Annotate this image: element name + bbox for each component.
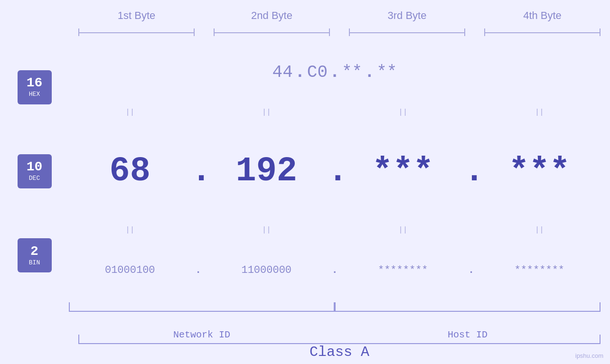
eq2-c2: || [206, 226, 328, 234]
dec-col1: 68 [69, 152, 191, 191]
hex-row: 44 . C0 . ** . ** [69, 40, 610, 105]
bin-row: 01000100 . 11000000 . ******** . *******… [69, 238, 610, 302]
dec-col3: *** [342, 152, 464, 191]
network-bracket [69, 302, 335, 312]
network-id-label: Network ID [69, 329, 335, 340]
top-brackets [78, 28, 601, 36]
eq1-c1: || [69, 108, 191, 117]
net-brkt-bottom [69, 311, 335, 312]
hex-col2: C0 [307, 63, 328, 82]
eq2-c4: || [479, 226, 601, 234]
bracket-col4-right [600, 28, 601, 36]
data-area: 16 HEX 10 DEC 2 BIN 44 . C0 . ** . ** [0, 40, 610, 302]
bracket-col2 [214, 28, 330, 36]
dec-col2: 192 [206, 152, 328, 191]
data-rows: 44 . C0 . ** . ** || || || || [69, 40, 610, 302]
bin-col1: 01000100 [69, 264, 191, 276]
col-header-2: 2nd Byte [204, 9, 339, 27]
main-container: 1st Byte 2nd Byte 3rd Byte 4th Byte 16 H… [0, 0, 610, 364]
hex-col3: ** [342, 63, 362, 82]
eq2-c3: || [342, 226, 464, 234]
hex-badge: 16 HEX [18, 70, 52, 104]
bracket-col1 [78, 28, 195, 36]
host-brkt-bottom [335, 311, 601, 312]
eq1-c3: || [342, 108, 464, 117]
hex-col4: ** [376, 63, 397, 82]
bracket-col3-right [464, 28, 465, 36]
bin-col3: ******** [342, 264, 464, 276]
bracket-col4 [484, 28, 601, 36]
dot-dec-1: . [191, 152, 206, 191]
host-bracket [335, 302, 601, 312]
dot-hex-2: . [328, 63, 342, 82]
dec-col4: *** [479, 152, 601, 191]
dot-bin-1: . [191, 264, 206, 276]
network-host-area: Network ID Host ID [69, 302, 601, 326]
host-brkt-left [335, 302, 336, 312]
net-brkt-left [69, 302, 70, 312]
dot-hex-1: . [293, 63, 307, 82]
col-header-3: 3rd Byte [339, 9, 475, 27]
bracket-col3 [349, 28, 465, 36]
col-header-1: 1st Byte [69, 9, 204, 27]
class-label-area: Class A [69, 344, 610, 360]
bracket-col2-right [329, 28, 330, 36]
eq-row-1: || || || || [69, 105, 610, 120]
base-badges: 16 HEX 10 DEC 2 BIN [0, 40, 69, 302]
dot-dec-2: . [328, 152, 342, 191]
dot-bin-3: . [464, 264, 479, 276]
eq1-c4: || [479, 108, 601, 117]
full-brkt-left [78, 335, 79, 344]
column-headers: 1st Byte 2nd Byte 3rd Byte 4th Byte [69, 9, 610, 27]
eq-row-2: || || || || [69, 223, 610, 238]
bracket-col1-right [194, 28, 195, 36]
host-id-label: Host ID [335, 329, 601, 340]
watermark: ipshu.com [575, 352, 603, 359]
bin-badge: 2 BIN [18, 238, 52, 272]
bin-col2: 11000000 [206, 264, 328, 276]
host-brkt-right [600, 302, 601, 312]
dot-bin-2: . [328, 264, 342, 276]
col-header-4: 4th Byte [475, 9, 610, 27]
hex-col1: 44 [272, 63, 293, 82]
dot-dec-3: . [464, 152, 479, 191]
class-label: Class A [310, 344, 369, 360]
eq2-c1: || [69, 226, 191, 234]
dec-row: 68 . 192 . *** . *** [69, 120, 610, 223]
eq1-c2: || [206, 108, 328, 117]
dot-hex-3: . [362, 63, 376, 82]
full-brkt-right [600, 335, 601, 344]
bin-col4: ******** [479, 264, 601, 276]
dec-badge: 10 DEC [18, 154, 52, 188]
